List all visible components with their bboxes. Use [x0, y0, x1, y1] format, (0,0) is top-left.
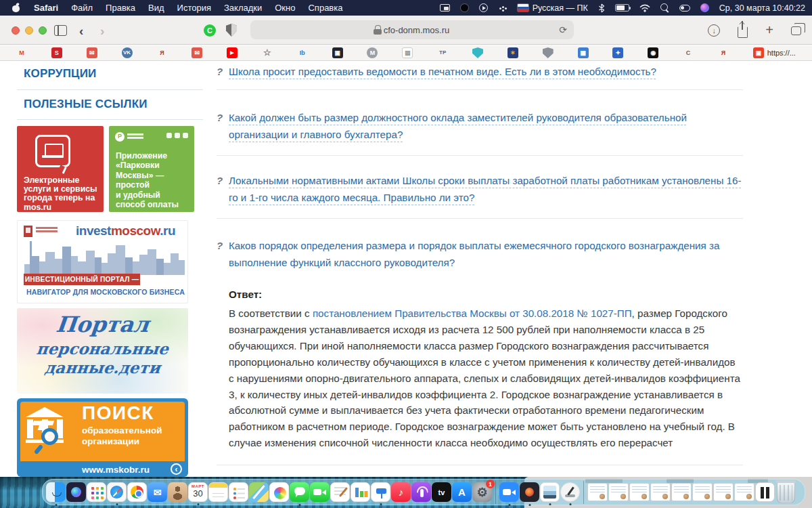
reminders-dock-icon[interactable]	[229, 482, 248, 502]
contacts-dock-icon[interactable]	[168, 482, 187, 502]
apple-menu-icon[interactable]	[12, 3, 21, 13]
close-window-button[interactable]	[12, 26, 20, 35]
bookmark-s-red-favicon[interactable]: S	[51, 47, 62, 58]
bookmark-gmail-favicon[interactable]: M	[16, 47, 27, 58]
airpods-icon[interactable]	[498, 4, 508, 12]
banner-arrow-icon[interactable]: ‹	[171, 463, 182, 475]
bookmark-dark-app-favicon[interactable]: ◉	[648, 47, 658, 58]
downloads-icon[interactable]	[708, 24, 720, 37]
share-icon[interactable]	[738, 26, 748, 38]
minimized-window-thumbnail[interactable]	[629, 483, 650, 501]
menu-item-история[interactable]: История	[177, 3, 211, 13]
bookmark-vk-favicon[interactable]: VK	[122, 47, 133, 58]
bookmark-emblem-navy-favicon[interactable]: ✶	[508, 47, 518, 58]
bookmark-c-logo-favicon[interactable]: C	[683, 47, 694, 58]
photos-dock-icon[interactable]	[269, 482, 289, 502]
minimized-window-thumbnail[interactable]	[734, 483, 754, 501]
bookmark-blue-app-favicon[interactable]: ▦	[578, 47, 589, 58]
bookmark-gerb-dark-favicon[interactable]: ▣	[332, 47, 343, 58]
menu-item-файл[interactable]: Файл	[71, 3, 93, 13]
maps-dock-icon[interactable]	[249, 482, 269, 502]
bookmark-shield-teal-favicon[interactable]	[472, 47, 483, 58]
siri-icon[interactable]	[700, 3, 709, 12]
faq-question-link[interactable]: Локальными нормативными актами Школы сро…	[229, 172, 743, 206]
bookmark-tr-logo-favicon[interactable]: ТР	[437, 47, 448, 58]
bookmark-m-gray-favicon[interactable]: M	[367, 47, 378, 58]
minimized-window-thumbnail[interactable]	[692, 483, 713, 501]
book-dock-icon[interactable]	[755, 482, 775, 502]
spotlight-icon[interactable]	[660, 3, 669, 12]
bookmark-bank-blue-favicon[interactable]: Ib	[297, 47, 308, 58]
bookmark-yandex-favicon[interactable]: Я	[156, 47, 167, 58]
control-center-icon[interactable]	[679, 5, 690, 12]
settings-dock-icon[interactable]: ⚙1	[472, 482, 492, 502]
record-icon[interactable]	[460, 3, 469, 12]
minimized-window-thumbnail[interactable]	[671, 483, 692, 501]
zoom-window-button[interactable]	[39, 26, 47, 35]
bookmark-star-favicon[interactable]: ☆	[262, 47, 273, 58]
banner-investmoscow[interactable]: investmoscow.ru ИНВЕСТИЦИОННЫЙ ПОРТАЛ — …	[17, 220, 188, 303]
menu-item-вид[interactable]: Вид	[148, 3, 164, 13]
trash-icon[interactable]	[777, 482, 795, 503]
menu-item-справка[interactable]: Справка	[308, 3, 342, 13]
back-button[interactable]: ‹	[79, 24, 83, 39]
zoom-dock-icon[interactable]	[499, 482, 519, 502]
bookmark-blue-emblem-favicon[interactable]: ✦	[612, 47, 623, 58]
menu-item-правка[interactable]: Правка	[106, 3, 135, 13]
bookmark-doc-white-favicon[interactable]: ▤	[402, 47, 413, 58]
notes-dock-icon[interactable]	[208, 482, 228, 502]
sidebar-item-corruption[interactable]: КОРРУПЦИИ	[24, 67, 210, 81]
bookmark-https-favicon[interactable]: ▣https://...	[753, 47, 796, 58]
battery-icon[interactable]	[615, 4, 629, 12]
facetime-dock-icon[interactable]	[310, 482, 330, 502]
bookmark-shield-gray-favicon[interactable]	[543, 47, 554, 58]
photoapp-dock-icon[interactable]	[540, 482, 560, 502]
scanner-dock-icon[interactable]	[560, 482, 580, 502]
playback-icon[interactable]	[479, 3, 488, 12]
forward-button[interactable]: ›	[100, 24, 104, 39]
banner-mos-services[interactable]: Электронныеуслуги и сервисыгорода теперь…	[17, 126, 104, 212]
bluetooth-icon[interactable]	[598, 3, 605, 13]
messages-dock-icon[interactable]	[290, 482, 309, 502]
wifi-icon[interactable]	[639, 4, 650, 12]
darkapp-dock-icon[interactable]	[520, 482, 539, 502]
siri-dock-icon[interactable]	[66, 482, 86, 502]
safari-dock-icon[interactable]	[107, 482, 127, 502]
screen-mirroring-icon[interactable]	[440, 4, 450, 12]
input-source[interactable]: Русская — ПК	[518, 3, 588, 13]
bookmark-mail-red-favicon[interactable]: ✉	[87, 47, 97, 58]
bookmark-yandex2-favicon[interactable]: Я	[718, 47, 729, 58]
sidebar-toggle-icon[interactable]	[54, 25, 67, 36]
minimized-window-thumbnail[interactable]	[587, 483, 608, 501]
faq-question-link[interactable]: Школа просит предоставить ведомости в пе…	[229, 63, 656, 80]
chart-dock-icon[interactable]	[351, 482, 370, 502]
calendar-dock-icon[interactable]	[188, 482, 208, 502]
menu-item-окно[interactable]: Окно	[275, 3, 295, 13]
minimized-window-thumbnail[interactable]	[608, 483, 629, 501]
menu-item-закладки[interactable]: Закладки	[224, 3, 262, 13]
menu-bar-clock[interactable]: Ср, 30 марта 10:40:22	[719, 3, 805, 13]
faq-question-link[interactable]: Какой должен быть размер должностного ок…	[229, 109, 743, 143]
tv-dock-icon[interactable]: tv	[432, 482, 451, 502]
banner-mskobr-search[interactable]: ПОИСК образовательной организации www.ms…	[17, 398, 188, 477]
launchpad-dock-icon[interactable]	[87, 482, 106, 502]
extension-shield-icon[interactable]	[226, 24, 237, 37]
bookmark-youtube-favicon[interactable]: ▶	[227, 47, 238, 58]
banner-parking-app[interactable]: Приложение«ПарковкиМосквы» —простойи удо…	[109, 126, 194, 212]
bookmark-mail-red2-favicon[interactable]: ✉	[191, 47, 202, 58]
appstore-dock-icon[interactable]: A	[452, 482, 472, 502]
menu-app-name[interactable]: Safari	[34, 3, 58, 13]
keynote-dock-icon[interactable]	[371, 482, 390, 502]
tab-overview-icon[interactable]	[791, 26, 801, 35]
minimized-window-thumbnail[interactable]	[713, 483, 734, 501]
mail-dock-icon[interactable]: ✉	[148, 482, 167, 502]
reload-icon[interactable]: ⟳	[559, 24, 567, 35]
minimized-window-thumbnail[interactable]	[650, 483, 671, 501]
finder-dock-icon[interactable]	[46, 482, 66, 502]
extension-green-icon[interactable]: C	[204, 24, 216, 37]
textedit-dock-icon[interactable]	[330, 482, 350, 502]
new-tab-icon[interactable]: +	[765, 24, 773, 37]
chrome-dock-icon[interactable]	[127, 482, 147, 502]
answer-link[interactable]: постановлением Правительства Москвы от 3…	[313, 308, 632, 319]
music-dock-icon[interactable]: ♪	[391, 482, 411, 502]
